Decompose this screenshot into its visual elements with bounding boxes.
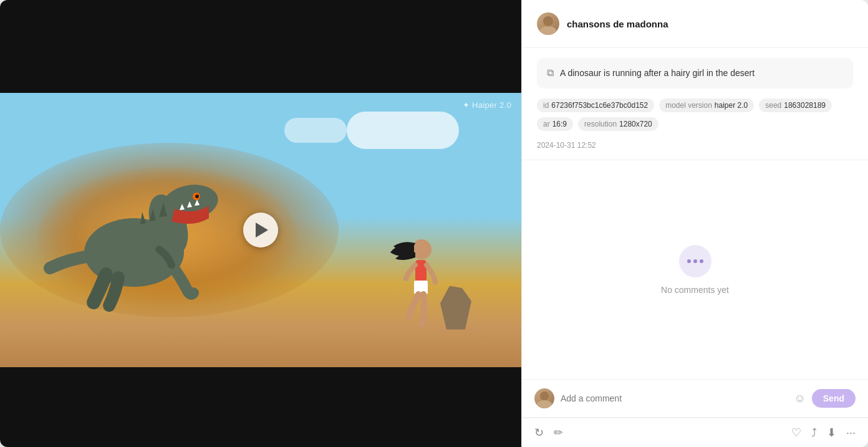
dinosaur <box>37 153 237 317</box>
girl-running <box>390 234 446 336</box>
comment-input[interactable] <box>561 393 788 403</box>
comment-input-area: ☺ Send <box>522 379 868 417</box>
play-button[interactable] <box>243 213 278 248</box>
id-badge: id 67236f753bc1c6e37bc0d152 <box>537 99 654 112</box>
id-label: id <box>543 101 549 110</box>
dots-icon <box>687 259 703 263</box>
refresh-button[interactable]: ↻ <box>534 426 544 440</box>
copy-icon[interactable]: ⧉ <box>547 67 554 79</box>
video-bottom-bar <box>0 367 521 417</box>
svg-point-11 <box>537 400 552 408</box>
no-comments-icon <box>679 245 711 277</box>
username: chansons de madonna <box>567 19 668 29</box>
dot-1 <box>687 259 691 263</box>
ar-label: ar <box>543 120 550 128</box>
heart-button[interactable]: ♡ <box>791 426 801 440</box>
send-button[interactable]: Send <box>812 389 856 408</box>
commenter-avatar <box>534 388 554 408</box>
svg-point-8 <box>543 16 553 26</box>
model-badge: model version haiper 2.0 <box>659 99 754 112</box>
sky-cloud-2 <box>284 118 347 143</box>
user-avatar <box>537 12 559 35</box>
emoji-button[interactable]: ☺ <box>794 392 805 405</box>
svg-point-10 <box>540 392 549 400</box>
video-panel: ✦ Haiper 2.0 <box>0 0 521 447</box>
download-button[interactable]: ⬇ <box>827 426 836 440</box>
meta-section: id 67236f753bc1c6e37bc0d152 model versio… <box>522 99 868 141</box>
dot-2 <box>693 259 697 263</box>
play-icon <box>256 223 268 238</box>
no-comments-label: No comments yet <box>661 285 729 295</box>
user-header: chansons de madonna <box>522 0 868 48</box>
prompt-box: ⧉ A dinosaur is running after a hairy gi… <box>537 58 853 89</box>
model-value: haiper 2.0 <box>715 101 748 110</box>
svg-point-4 <box>195 195 199 198</box>
seed-badge: seed 1863028189 <box>759 99 832 112</box>
timestamp: 2024-10-31 12:52 <box>522 141 868 160</box>
video-top-bar <box>0 31 521 93</box>
share-button[interactable]: ⤴ <box>811 426 817 440</box>
svg-point-9 <box>540 26 556 35</box>
info-panel: chansons de madonna ⧉ A dinosaur is runn… <box>521 0 868 447</box>
seed-label: seed <box>765 101 781 110</box>
dot-3 <box>700 259 703 263</box>
more-button[interactable]: ··· <box>846 426 856 440</box>
video-scene[interactable]: ✦ Haiper 2.0 <box>0 93 521 367</box>
resolution-label: resolution <box>584 120 617 128</box>
seed-value: 1863028189 <box>784 101 826 110</box>
id-value: 67236f753bc1c6e37bc0d152 <box>551 101 648 110</box>
edit-button[interactable]: ✏ <box>554 426 563 440</box>
model-label: model version <box>665 101 712 110</box>
resolution-value: 1280x720 <box>619 120 652 128</box>
prompt-text: A dinosaur is running after a hairy girl… <box>560 67 755 80</box>
sky-cloud-1 <box>347 112 459 149</box>
ar-badge: ar 16:9 <box>537 117 573 131</box>
ar-value: 16:9 <box>552 120 567 128</box>
video-watermark: ✦ Haiper 2.0 <box>463 100 511 110</box>
comments-area: No comments yet <box>522 160 868 379</box>
actions-bar: ↻ ✏ ♡ ⤴ ⬇ ··· <box>522 418 868 447</box>
resolution-badge: resolution 1280x720 <box>578 117 658 131</box>
